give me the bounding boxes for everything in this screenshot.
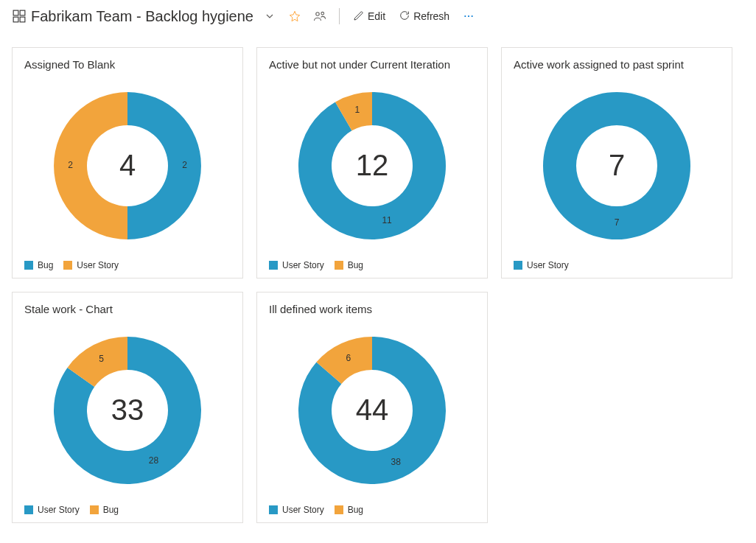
donut-chart: 11112	[291, 85, 453, 247]
legend-item[interactable]: Bug	[24, 260, 53, 270]
edit-button[interactable]: Edit	[349, 7, 390, 27]
chart-widget[interactable]: Active work assigned to past sprint77Use…	[501, 47, 732, 278]
chart-widget[interactable]: Active but not under Current Iteration11…	[256, 47, 488, 278]
title-dropdown-button[interactable]	[259, 6, 280, 27]
slice-value-label: 1	[355, 105, 360, 115]
slice-value-label: 28	[149, 455, 159, 466]
legend-item[interactable]: User Story	[514, 260, 569, 270]
svg-rect-3	[20, 17, 25, 22]
pencil-icon	[353, 10, 365, 24]
donut-chart: 224	[46, 85, 209, 247]
chart-area: 77	[514, 75, 720, 256]
more-button[interactable]	[458, 6, 479, 27]
donut-slice[interactable]	[127, 92, 201, 239]
donut-chart: 38644	[291, 329, 453, 491]
chart-area: 38644	[269, 320, 475, 500]
widget-title: Active work assigned to past sprint	[514, 58, 720, 71]
svg-rect-2	[13, 17, 18, 22]
page-title: Fabrikam Team - Backlog hygiene	[31, 8, 253, 25]
legend-item[interactable]: User Story	[24, 505, 80, 515]
donut-chart: 77	[536, 85, 698, 247]
donut-chart: 28533	[46, 329, 209, 491]
legend-label: Bug	[38, 260, 53, 270]
widget-title: Stale work - Chart	[24, 303, 231, 315]
legend: User StoryBug	[269, 500, 475, 515]
slice-value-label: 2	[182, 160, 187, 170]
legend-label: User Story	[38, 505, 80, 515]
slice-value-label: 11	[382, 215, 392, 225]
refresh-icon	[399, 10, 410, 24]
svg-point-7	[468, 15, 469, 17]
legend-item[interactable]: User Story	[63, 260, 119, 270]
svg-point-6	[464, 15, 466, 17]
legend-label: Bug	[348, 505, 363, 515]
slice-value-label: 5	[99, 354, 104, 364]
chart-widget[interactable]: Assigned To Blank224BugUser Story	[12, 47, 243, 278]
svg-rect-1	[20, 10, 25, 15]
legend-label: User Story	[77, 260, 119, 270]
legend-swatch	[269, 261, 278, 270]
svg-point-8	[472, 15, 473, 17]
legend-swatch	[514, 261, 522, 270]
legend-item[interactable]: User Story	[269, 505, 324, 515]
chart-area: 28533	[24, 320, 231, 500]
legend: BugUser Story	[24, 256, 231, 270]
legend-swatch	[335, 261, 343, 270]
legend-label: Bug	[348, 260, 363, 270]
legend-label: Bug	[103, 505, 119, 515]
toolbar: Fabrikam Team - Backlog hygiene Edit Ref…	[0, 0, 756, 32]
legend-item[interactable]: Bug	[335, 260, 363, 270]
legend-swatch	[90, 505, 99, 514]
team-button[interactable]	[309, 6, 330, 27]
legend-item[interactable]: User Story	[269, 260, 324, 270]
widget-title: Ill defined work items	[269, 303, 475, 315]
edit-label: Edit	[368, 10, 385, 22]
dashboard-grid: Assigned To Blank224BugUser StoryActive …	[0, 32, 756, 538]
widget-title: Active but not under Current Iteration	[269, 58, 475, 71]
refresh-button[interactable]: Refresh	[394, 7, 454, 27]
slice-value-label: 6	[346, 352, 351, 362]
legend-label: User Story	[282, 505, 324, 515]
slice-value-label: 38	[391, 456, 402, 466]
legend: User Story	[514, 256, 720, 270]
svg-rect-0	[13, 10, 18, 15]
slice-value-label: 7	[615, 217, 620, 227]
slice-value-label: 2	[68, 160, 73, 170]
legend-item[interactable]: Bug	[335, 505, 363, 515]
legend-swatch	[63, 261, 72, 270]
chart-widget[interactable]: Ill defined work items38644User StoryBug	[256, 292, 488, 523]
legend-swatch	[24, 505, 33, 514]
chart-area: 11112	[269, 75, 475, 256]
legend-swatch	[24, 261, 33, 270]
refresh-label: Refresh	[413, 10, 449, 22]
svg-point-5	[321, 12, 324, 15]
dashboard-icon	[12, 9, 27, 24]
legend: User StoryBug	[269, 256, 475, 270]
legend-label: User Story	[282, 260, 324, 270]
legend-item[interactable]: Bug	[90, 505, 119, 515]
chart-widget[interactable]: Stale work - Chart28533User StoryBug	[12, 292, 243, 523]
chart-area: 224	[24, 75, 231, 256]
legend-swatch	[269, 505, 278, 514]
legend-swatch	[335, 505, 343, 514]
legend-label: User Story	[527, 260, 569, 270]
favorite-button[interactable]	[284, 6, 305, 27]
legend: User StoryBug	[24, 500, 231, 515]
donut-slice[interactable]	[54, 92, 127, 239]
widget-title: Assigned To Blank	[24, 58, 231, 71]
toolbar-separator	[339, 8, 340, 24]
svg-point-4	[316, 13, 320, 16]
